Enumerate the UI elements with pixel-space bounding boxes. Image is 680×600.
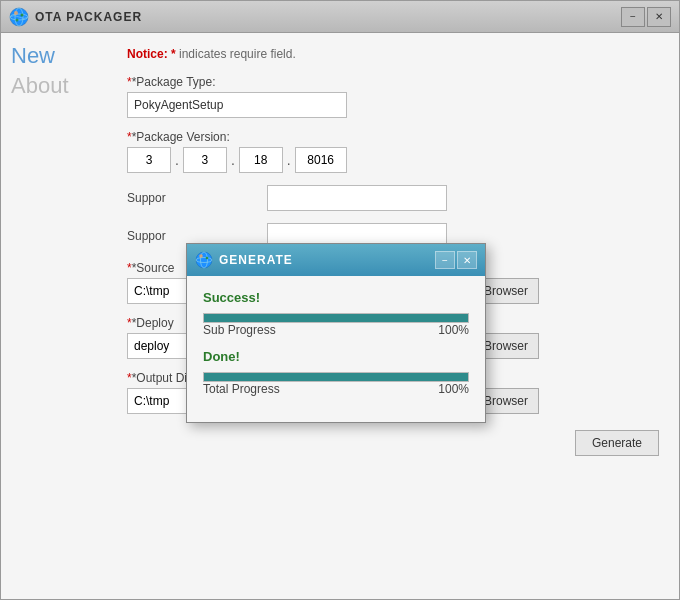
app-icon [9,7,29,27]
sub-progress-section: Sub Progress 100% [203,313,469,337]
main-window: OTA PACKAGER − ✕ New About Notice: * ind… [0,0,680,600]
modal-title: GENERATE [219,253,435,267]
svg-point-5 [16,18,19,21]
sub-progress-percent: 100% [438,323,469,337]
window-title: OTA PACKAGER [35,10,621,24]
total-progress-section: Total Progress 100% [203,372,469,396]
modal-controls: − ✕ [435,251,477,269]
content-wrapper: New About Notice: * indicates require fi… [1,33,679,599]
title-bar: OTA PACKAGER − ✕ [1,1,679,33]
modal-minimize-button[interactable]: − [435,251,455,269]
svg-point-4 [21,13,24,16]
svg-point-6 [196,252,212,268]
svg-point-10 [206,257,209,260]
sub-progress-fill [204,314,468,322]
modal-close-button[interactable]: ✕ [457,251,477,269]
title-bar-controls: − ✕ [621,7,671,27]
modal-title-bar: GENERATE − ✕ [187,244,485,276]
total-progress-percent: 100% [438,382,469,396]
close-button[interactable]: ✕ [647,7,671,27]
success-text: Success! [203,290,469,305]
total-progress-row: Total Progress 100% [203,382,469,396]
sub-progress-label: Sub Progress [203,323,276,337]
generate-modal: GENERATE − ✕ Success! Sub [186,243,486,423]
modal-overlay: GENERATE − ✕ Success! Sub [1,33,679,599]
minimize-button[interactable]: − [621,7,645,27]
svg-point-9 [199,254,203,258]
total-progress-track [203,372,469,382]
total-progress-label: Total Progress [203,382,280,396]
done-text: Done! [203,349,469,364]
sub-progress-row: Sub Progress 100% [203,323,469,337]
svg-point-3 [14,11,18,15]
modal-app-icon [195,251,213,269]
total-progress-fill [204,373,468,381]
sub-progress-track [203,313,469,323]
modal-body: Success! Sub Progress 100% Done! [187,276,485,422]
